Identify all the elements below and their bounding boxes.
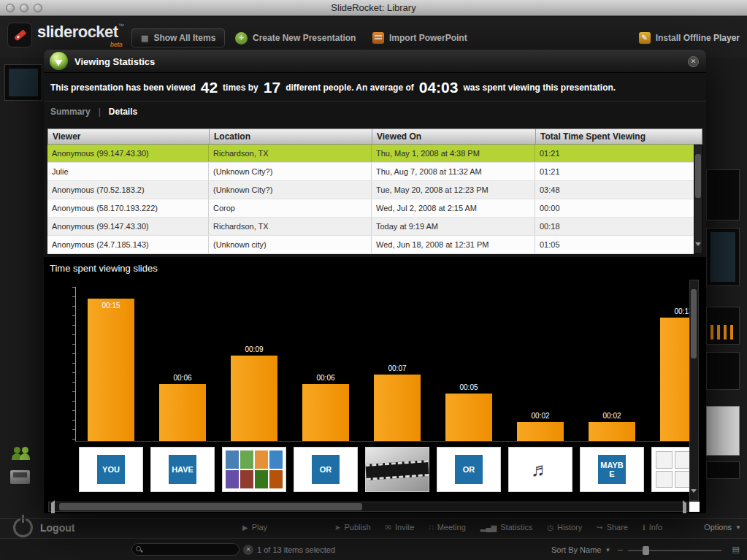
toolbar-item-icon: ↪ [597, 523, 602, 532]
cell-time: 01:21 [535, 163, 694, 180]
table-scrollbar-handle[interactable] [695, 154, 701, 198]
scroll-down-icon[interactable] [690, 493, 697, 500]
chart-vertical-scrollbar[interactable] [689, 280, 699, 501]
bar [660, 318, 689, 441]
toolbar-item[interactable]: ◷ History [547, 523, 582, 532]
options-button[interactable]: Options ▼ [704, 523, 741, 532]
plus-icon: + [235, 32, 248, 45]
slide-thumbnail[interactable]: YOU [79, 447, 143, 492]
zoom-slider-handle[interactable] [643, 546, 649, 555]
dialog-title: Viewing Statistics [74, 56, 155, 67]
view-toggle-icon[interactable]: ▤ [732, 545, 740, 554]
screen: SlideRocket: Library sliderocket™beta ▦ … [0, 0, 747, 560]
chart-horizontal-scrollbar[interactable] [48, 502, 689, 512]
import-powerpoint-button[interactable]: Import PowerPoint [372, 28, 467, 47]
table-row[interactable]: Anonymous (99.147.43.30) Richardson, TX … [47, 218, 694, 236]
toolbar-item[interactable]: ▂▄▆ Statistics [480, 523, 532, 532]
bar-column: 00:07 [365, 257, 429, 442]
library-thumbnail[interactable] [706, 169, 740, 220]
stats-summary-line: This presentation has been viewed 42 tim… [44, 74, 706, 101]
table-row[interactable]: Anonymous (70.52.183.2) (Unknown City?) … [47, 181, 694, 199]
bar-column: 00:06 [294, 257, 358, 442]
cell-viewer: Julie [47, 163, 209, 180]
tab-details[interactable]: Details [109, 107, 137, 117]
slide-thumbnail[interactable]: HAVE [150, 447, 215, 492]
bar-column: 00:06 [150, 257, 215, 442]
scroll-right-icon[interactable] [681, 503, 688, 510]
cell-viewed-on: Tue, May 20, 2008 at 12:23 PM [372, 181, 535, 199]
table-row[interactable]: Anonymous (24.7.185.143) (Unknown city) … [47, 236, 694, 254]
music-note-icon: ♬ [531, 459, 550, 481]
slide-thumbnail[interactable] [222, 447, 286, 492]
bar [302, 384, 349, 441]
library-thumbnail[interactable] [706, 228, 740, 286]
zoom-out-icon[interactable]: – [618, 545, 623, 555]
table-row[interactable]: Anonymous (58.170.193.222) Corop Wed, Ju… [47, 199, 694, 218]
library-thumbnail[interactable] [706, 461, 740, 479]
toolbar-item[interactable]: ✉ Invite [386, 523, 415, 532]
scroll-left-icon[interactable] [49, 503, 56, 510]
slide-thumbnails-strip: YOU HAVE OR OR [79, 447, 689, 494]
tab-summary[interactable]: Summary [50, 107, 91, 117]
chart-hscrollbar-handle[interactable] [59, 503, 362, 510]
library-thumbnail[interactable] [706, 406, 740, 456]
slide-title-box: MAYBE [598, 455, 626, 484]
toolbar-item-icon: ∷ [429, 523, 433, 532]
scroll-up-icon[interactable] [690, 280, 697, 288]
logo-text: sliderocket™beta [37, 23, 123, 42]
chevron-down-icon: ▼ [735, 524, 741, 531]
toolbar-item[interactable]: ▶ Play [242, 523, 267, 532]
trademark: ™ [118, 23, 124, 29]
create-new-presentation-button[interactable]: + Create New Presentation [235, 28, 356, 47]
cell-time: 01:05 [535, 236, 694, 253]
clear-search-icon[interactable]: ✕ [243, 545, 253, 555]
bar-column: 00:15 [79, 257, 143, 442]
show-all-items-button[interactable]: ▦ Show All Items [131, 28, 225, 47]
bar-value-label: 00:09 [222, 345, 286, 353]
cell-time: 01:21 [535, 145, 694, 162]
status-bar: ✕ 1 of 13 items selected Sort By Name ▼ … [0, 538, 747, 560]
install-offline-player-button[interactable]: ✎ Install Offline Player [639, 28, 740, 47]
bar [589, 422, 635, 441]
resize-grip[interactable] [689, 502, 700, 512]
library-thumbnail[interactable] [706, 307, 740, 345]
bar-value-label: 00:02 [508, 412, 572, 420]
toolbar-item[interactable]: ℹ Info [643, 523, 662, 532]
table-scrollbar[interactable] [694, 145, 702, 254]
close-window-button[interactable] [6, 4, 15, 12]
bar-column: 00:02 [580, 257, 644, 442]
zoom-window-button[interactable] [34, 4, 42, 12]
contacts-icon[interactable] [12, 441, 38, 460]
toolbar-item[interactable]: ➤ Publish [334, 523, 370, 532]
scroll-up-icon[interactable] [694, 145, 702, 153]
library-thumbnail[interactable] [4, 64, 42, 101]
trash-box-icon[interactable] [10, 470, 30, 484]
cell-time: 00:00 [535, 199, 694, 217]
slide-thumbnail[interactable] [365, 447, 429, 492]
cell-location: Corop [209, 199, 372, 217]
cell-viewer: Anonymous (70.52.183.2) [47, 181, 209, 199]
slide-thumbnail[interactable]: OR [294, 447, 358, 492]
search-input[interactable] [131, 543, 240, 556]
chart-vscrollbar-handle[interactable] [691, 289, 697, 358]
view-count: 42 [201, 79, 218, 96]
minimize-window-button[interactable] [20, 4, 28, 12]
toolbar-item[interactable]: ∷ Meeting [429, 523, 466, 532]
sort-by-dropdown[interactable]: Sort By Name ▼ [551, 545, 610, 554]
table-row[interactable]: Anonymous (99.147.43.30) Richardson, TX … [47, 145, 694, 163]
column-header: Viewed On [372, 129, 536, 144]
slide-thumbnail[interactable]: OR [437, 447, 501, 492]
toolbar-item-icon: ✉ [386, 523, 391, 532]
toolbar-item[interactable]: ↪ Share [597, 523, 628, 532]
bar-value-label: 00:06 [150, 374, 215, 382]
table-body: Anonymous (99.147.43.30) Richardson, TX … [47, 145, 694, 254]
slide-title-box: HAVE [169, 455, 196, 484]
library-thumbnail[interactable] [706, 352, 740, 390]
table-row[interactable]: Julie (Unknown City?) Thu, Aug 7, 2008 a… [47, 163, 694, 181]
slide-thumbnail[interactable] [651, 447, 689, 492]
slide-thumbnail[interactable]: MAYBE [580, 447, 644, 492]
beta-label: beta [110, 41, 123, 48]
close-icon[interactable]: ✕ [688, 56, 699, 67]
scroll-down-icon[interactable] [694, 246, 702, 253]
slide-thumbnail[interactable]: ♬ [508, 447, 572, 492]
